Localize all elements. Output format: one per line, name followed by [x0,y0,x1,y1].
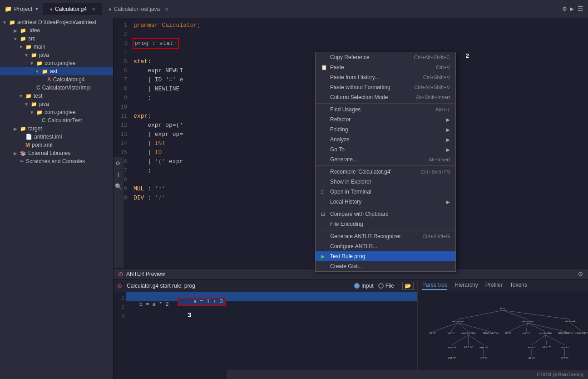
svg-line-1 [503,310,528,319]
tab-calculator-test-java[interactable]: ● CalculatorTest.java ✕ [102,3,175,15]
pt-int-3: INT:"3" [480,357,488,359]
search-icon[interactable]: 🔍 [115,183,122,190]
sidebar-item-calculatorvistorimpl[interactable]: C CalculatorVistorImpl [0,84,113,92]
svg-line-6 [458,323,491,332]
ctx-recompile[interactable]: Recompile 'Calculator.g4' Ctrl+Shift+F9 [316,167,455,177]
ctx-refactor[interactable]: Refactor ▶ [316,115,455,125]
input-line-numbers: 1 2 3 [114,292,126,379]
pt-int-2: INT:"2" [561,357,568,359]
menu-icon[interactable]: ☰ [578,5,583,13]
ctx-compare-clipboard[interactable]: ⊡Compare with Clipboard [316,209,455,219]
ctx-label: Compare with Clipboard [330,211,389,217]
sidebar-item-src[interactable]: ▼ 📁 src [0,35,113,43]
settings-gear-icon[interactable]: ⚙ [578,270,583,278]
sidebar-item-label: Calculator.g4 [53,76,85,83]
sidebar-item-ast[interactable]: ▼ 📁 ast [0,67,113,75]
tab-profiler[interactable]: Profiler [485,281,503,290]
java-file-icon2: C [42,117,46,124]
input-radio-label: Input [361,283,374,289]
ctx-show-explorer[interactable]: Show in Explorer [316,177,455,187]
input-radio[interactable]: Input [354,283,374,289]
ctx-go-to[interactable]: Go To ▶ [316,145,455,155]
ctx-analyze[interactable]: Analyze ▶ [316,135,455,145]
svg-line-8 [526,323,528,332]
svg-line-11 [570,323,583,332]
sidebar-item-antlrtest[interactable]: ▼ 📁 antlrtest D:\IdeaProjects\antlrtest [0,18,113,26]
run-icon[interactable]: ▶ [570,5,574,13]
sidebar-item-target[interactable]: ▶ 📁 target [0,125,113,133]
project-dropdown-icon[interactable]: ▼ [35,7,39,11]
ctx-find-usages[interactable]: Find Usages Alt+F7 [316,105,455,115]
tab-tokens[interactable]: Tokens [510,281,527,290]
sidebar-item-label: com.ganglee [44,109,76,115]
sidebar-item-java[interactable]: ▼ 📁 java [0,51,113,59]
g4-icon: ● [49,6,53,12]
tab-parse-tree[interactable]: Parse tree [422,281,447,290]
project-label[interactable]: 📁 Project ▼ [5,5,39,12]
pt-newline3: NEWLINE:"\n" [575,332,588,334]
ctx-create-gist[interactable]: Create Gist... [316,261,455,271]
ctx-folding[interactable]: Folding ▶ [316,125,455,135]
ctx-generate[interactable]: Generate... Alt+Insert [316,155,455,165]
ctx-file-encoding[interactable]: File Encoding [316,219,455,229]
ctx-test-rule[interactable]: ▶Test Rule prog 2 [316,251,455,261]
text-icon[interactable]: T [117,172,120,179]
svg-line-9 [528,323,545,332]
sidebar-item-external-libs[interactable]: ▶ 📚 External Libraries [0,149,113,157]
sidebar-item-label: .idea [28,27,40,34]
sidebar-item-calculatortest[interactable]: C CalculatorTest [0,116,113,125]
tab-calculator-g4[interactable]: ● Calculator.g4 ✕ [43,3,102,15]
ctx-column-selection[interactable]: Column Selection Mode Alt+Shift+Insert [316,92,455,102]
ctx-label: Copy Reference [330,54,370,60]
ctx-configure-antlr[interactable]: Configure ANTLR... [316,241,455,251]
ctx-arrow-icon: ▶ [446,137,450,142]
pt-newline2: NEWLINE:"\n" [558,332,574,334]
sidebar-item-test-java[interactable]: ▼ 📁 java [0,100,113,108]
file-radio[interactable]: File [378,283,394,289]
run-icon: ▶ [321,254,327,259]
pt-prog: prog [500,307,505,309]
sidebar-item-antlrtest-iml[interactable]: 📄 antlrtest.iml [0,133,113,141]
refresh-icon[interactable]: ⟳ [116,160,121,167]
settings-icon[interactable]: ⚙ [563,5,566,13]
ctx-shortcut: Ctrl+Alt+Shift+V [414,85,450,90]
ctx-open-terminal[interactable]: □Open in Terminal [316,187,455,197]
pt-newline1: NEWLINE:"\n" [483,332,499,334]
ctx-label: Show in Explorer [330,179,371,185]
sidebar-item-test[interactable]: ▼ 📁 test [0,92,113,100]
sidebar-item-calculator-g4[interactable]: A Calculator.g4 [0,75,113,84]
ctx-label: Column Selection Mode [330,94,388,100]
ctx-local-history[interactable]: Local History ▶ [316,197,455,207]
pt-expr-int2: expr:int [479,346,488,349]
sidebar-tree: ▼ 📁 antlrtest D:\IdeaProjects\antlrtest … [0,18,113,379]
sidebar-item-pom-xml[interactable]: M pom.xml [0,141,113,149]
sidebar-item-scratches[interactable]: ✏ Scratches and Consoles [0,157,113,165]
ctx-paste[interactable]: 📋Paste Ctrl+V [316,62,455,72]
sidebar-item-label: ast [50,68,57,75]
sidebar-item-com-ganglee[interactable]: ▼ 📁 com.ganglee [0,59,113,67]
ctx-paste-no-format[interactable]: Paste without Formatting Ctrl+Alt+Shift+… [316,82,455,92]
ctx-label: Refactor [330,116,351,123]
sidebar-item-label: com.ganglee [44,60,76,66]
ctx-generate-antlr[interactable]: Generate ANTLR Recognizer Ctrl+Shift+G [316,231,455,241]
parse-tree-panel: Parse tree Hierarchy Profiler Tokens [418,280,588,379]
tab-close-icon[interactable]: ✕ [92,7,95,12]
label-num2: 2 [466,52,469,59]
tab-close-icon2[interactable]: ✕ [165,7,168,12]
ctx-paste-history[interactable]: Paste from History... Ctrl+Shift+V [316,72,455,82]
antlr-preview-label: ANTLR Preview [126,271,165,277]
tab-java-label: CalculatorTest.java [114,6,160,12]
svg-line-16 [545,335,547,345]
browse-icon[interactable]: 📂 [402,282,414,290]
sidebar-item-main[interactable]: ▼ 📁 main [0,43,113,51]
sidebar-item-idea[interactable]: ▶ 📁 .idea [0,26,113,35]
ctx-copy-reference[interactable]: Copy Reference Ctrl+Alt+Shift+C [316,52,455,62]
pt-stat-blank: stat:blank [565,320,576,323]
pt-expr-muldiv: expr:MulDiv [539,332,552,334]
arrow-icon: ▼ [2,20,7,25]
pt-add-plus: ADD:"+" [464,346,473,349]
tab-hierarchy[interactable]: Hierarchy [455,281,478,290]
pt-int-1: INT:"1" [448,357,456,359]
arrow-icon: ▼ [13,36,18,41]
sidebar-item-test-com-ganglee[interactable]: ▼ 📁 com.ganglee [0,108,113,116]
